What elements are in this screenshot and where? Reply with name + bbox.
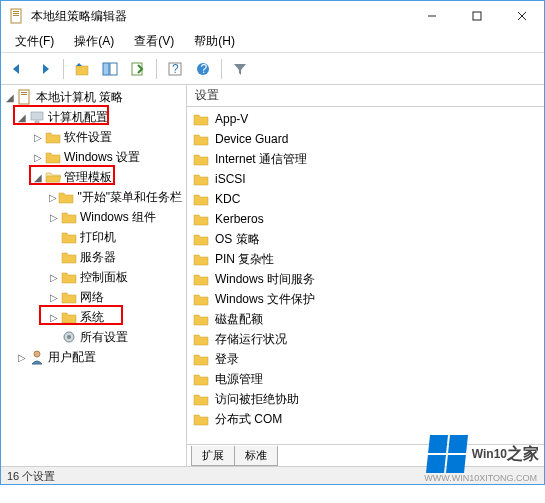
help-button[interactable]: ?	[191, 57, 215, 81]
folder-icon	[193, 331, 209, 347]
list-item-label: 电源管理	[215, 371, 263, 388]
tree-printers[interactable]: 打印机	[1, 227, 186, 247]
tab-extended[interactable]: 扩展	[191, 446, 235, 466]
tree-root[interactable]: ◢ 本地计算机 策略	[1, 87, 186, 107]
list-column-header[interactable]: 设置	[187, 85, 544, 107]
list-item[interactable]: 存储运行状况	[187, 329, 544, 349]
expand-icon[interactable]: ▷	[47, 212, 61, 223]
tree-label: 计算机配置	[48, 109, 108, 126]
svg-rect-10	[110, 63, 117, 75]
expand-icon[interactable]: ▷	[15, 352, 29, 363]
tree-user-config[interactable]: ▷ 用户配置	[1, 347, 186, 367]
filter-button[interactable]	[228, 57, 252, 81]
folder-icon	[193, 251, 209, 267]
watermark-url: WWW.WIN10XITONG.COM	[424, 473, 537, 483]
tree-windows-components[interactable]: ▷ Windows 组件	[1, 207, 186, 227]
tab-standard[interactable]: 标准	[234, 446, 278, 466]
expand-icon[interactable]: ◢	[31, 172, 45, 183]
show-hide-tree-button[interactable]	[98, 57, 122, 81]
list-item[interactable]: 访问被拒绝协助	[187, 389, 544, 409]
svg-text:?: ?	[172, 62, 179, 76]
tree-start-menu[interactable]: ▷ "开始"菜单和任务栏	[1, 187, 186, 207]
folder-icon	[193, 371, 209, 387]
list-item[interactable]: 登录	[187, 349, 544, 369]
list-item-label: 存储运行状况	[215, 331, 287, 348]
folder-icon	[193, 151, 209, 167]
tree-label: 网络	[80, 289, 104, 306]
tree-system[interactable]: ▷ 系统	[1, 307, 186, 327]
settings-icon	[61, 329, 77, 345]
menu-help[interactable]: 帮助(H)	[184, 31, 245, 52]
folder-icon	[193, 351, 209, 367]
tree-windows-settings[interactable]: ▷ Windows 设置	[1, 147, 186, 167]
expand-icon[interactable]: ▷	[47, 312, 61, 323]
maximize-button[interactable]	[454, 1, 499, 31]
expand-icon[interactable]: ▷	[47, 192, 58, 203]
list-item-label: App-V	[215, 112, 248, 126]
expand-icon[interactable]: ▷	[47, 272, 61, 283]
list-item[interactable]: 电源管理	[187, 369, 544, 389]
list-body[interactable]: App-VDevice GuardInternet 通信管理iSCSIKDCKe…	[187, 107, 544, 444]
tree-label: 软件设置	[64, 129, 112, 146]
menu-action[interactable]: 操作(A)	[64, 31, 124, 52]
list-item[interactable]: Kerberos	[187, 209, 544, 229]
list-item[interactable]: Device Guard	[187, 129, 544, 149]
list-item[interactable]: 分布式 COM	[187, 409, 544, 429]
forward-button[interactable]	[33, 57, 57, 81]
minimize-button[interactable]	[409, 1, 454, 31]
tree-label: 打印机	[80, 229, 116, 246]
tree-label: 用户配置	[48, 349, 96, 366]
title-bar: 本地组策略编辑器	[1, 1, 544, 31]
expand-icon[interactable]: ▷	[31, 132, 45, 143]
list-item[interactable]: KDC	[187, 189, 544, 209]
svg-rect-20	[35, 121, 39, 123]
tree-label: Windows 组件	[80, 209, 156, 226]
tree-all-settings[interactable]: 所有设置	[1, 327, 186, 347]
tree-servers[interactable]: 服务器	[1, 247, 186, 267]
folder-icon	[193, 411, 209, 427]
list-item[interactable]: Windows 时间服务	[187, 269, 544, 289]
tree-label: 服务器	[80, 249, 116, 266]
up-button[interactable]	[70, 57, 94, 81]
refresh-button[interactable]: ?	[163, 57, 187, 81]
list-item[interactable]: 磁盘配额	[187, 309, 544, 329]
close-button[interactable]	[499, 1, 544, 31]
list-item[interactable]: OS 策略	[187, 229, 544, 249]
back-button[interactable]	[5, 57, 29, 81]
list-item-label: iSCSI	[215, 172, 246, 186]
list-item[interactable]: Internet 通信管理	[187, 149, 544, 169]
expand-icon[interactable]: ▷	[47, 292, 61, 303]
expand-icon[interactable]: ◢	[3, 92, 17, 103]
list-item[interactable]: Windows 文件保护	[187, 289, 544, 309]
list-item[interactable]: App-V	[187, 109, 544, 129]
list-item[interactable]: iSCSI	[187, 169, 544, 189]
folder-icon	[193, 131, 209, 147]
tree-label: 本地计算机 策略	[36, 89, 123, 106]
list-item-label: PIN 复杂性	[215, 251, 274, 268]
menu-view[interactable]: 查看(V)	[124, 31, 184, 52]
export-button[interactable]	[126, 57, 150, 81]
list-item[interactable]: PIN 复杂性	[187, 249, 544, 269]
tree-admin-templates[interactable]: ◢ 管理模板	[1, 167, 186, 187]
expand-icon[interactable]: ▷	[31, 152, 45, 163]
tree-network[interactable]: ▷ 网络	[1, 287, 186, 307]
tree-pane[interactable]: ◢ 本地计算机 策略 ◢ 计算机配置 ▷ 软件设置 ▷ Windows 设置 ◢	[1, 85, 187, 466]
folder-icon	[61, 229, 77, 245]
expand-icon[interactable]: ◢	[15, 112, 29, 123]
content-area: ◢ 本地计算机 策略 ◢ 计算机配置 ▷ 软件设置 ▷ Windows 设置 ◢	[1, 85, 544, 466]
list-item-label: KDC	[215, 192, 240, 206]
list-pane: 设置 App-VDevice GuardInternet 通信管理iSCSIKD…	[187, 85, 544, 466]
list-item-label: Kerberos	[215, 212, 264, 226]
folder-icon	[45, 149, 61, 165]
folder-icon	[193, 211, 209, 227]
folder-icon	[193, 271, 209, 287]
menu-file[interactable]: 文件(F)	[5, 31, 64, 52]
tree-computer-config[interactable]: ◢ 计算机配置	[1, 107, 186, 127]
tree-label: 所有设置	[80, 329, 128, 346]
tree-control-panel[interactable]: ▷ 控制面板	[1, 267, 186, 287]
tree-label: 系统	[80, 309, 104, 326]
folder-icon	[61, 269, 77, 285]
list-item-label: Internet 通信管理	[215, 151, 307, 168]
tree-software-settings[interactable]: ▷ 软件设置	[1, 127, 186, 147]
tree-label: 管理模板	[64, 169, 112, 186]
